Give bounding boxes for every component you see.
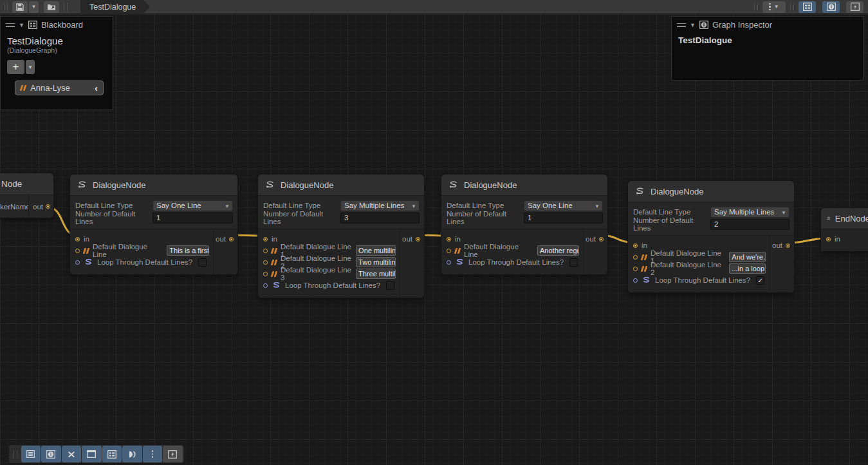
dialogue-line-input[interactable]: And we're... (729, 252, 766, 262)
out-port[interactable] (46, 204, 50, 209)
in-port-label: in (835, 235, 840, 243)
out-port[interactable] (229, 237, 234, 242)
line-port[interactable] (263, 249, 268, 253)
minimap-button[interactable] (122, 446, 142, 462)
out-port[interactable] (786, 243, 790, 248)
in-port[interactable] (826, 237, 831, 242)
loop-checkbox[interactable] (569, 258, 578, 267)
default-lines-count-input[interactable]: 2 (710, 219, 790, 230)
window-button[interactable] (82, 446, 102, 462)
graph-inspector-title: Graph Inspector (712, 20, 772, 30)
dialogue-flow-icon (634, 187, 645, 196)
blackboard-panel: ▼ Blackboard TestDialogue (DialogueGraph… (0, 16, 113, 110)
line-type-dropdown[interactable]: Say One Line ▼ (152, 200, 233, 211)
loop-checkbox[interactable] (198, 258, 207, 267)
loop-port[interactable] (447, 260, 451, 265)
add-variable-dropdown[interactable]: ▼ (26, 60, 35, 74)
dialogue-line-input[interactable]: One multiline (356, 245, 396, 256)
quote-icon (21, 85, 26, 91)
collapse-arrow-icon[interactable]: ▼ (690, 22, 696, 28)
loop-port[interactable] (263, 283, 268, 288)
overflow-menu-button[interactable]: ▼ (762, 1, 786, 13)
default-lines-count-input[interactable]: 1 (524, 213, 603, 223)
quote-icon (455, 248, 460, 254)
blackboard-header[interactable]: ▼ Blackboard (1, 17, 113, 32)
dropdown-value: Say Multiple Lines (344, 202, 404, 209)
open-asset-button[interactable] (44, 1, 59, 13)
out-port-label: out (402, 235, 412, 243)
line-port[interactable] (75, 249, 80, 253)
graph-tab-testdialogue[interactable]: TestDialogue (80, 0, 150, 14)
dialogue-line-input[interactable]: Two multiline (356, 257, 396, 267)
line-port[interactable] (263, 272, 268, 276)
dialogue-flow-icon (448, 180, 459, 190)
line-type-dropdown[interactable]: Say One Line ▼ (524, 200, 603, 211)
blackboard-variable-anna-lyse[interactable]: Anna-Lyse ‹ (15, 81, 104, 95)
minimap-icon (127, 450, 136, 459)
loop-port[interactable] (633, 278, 638, 283)
loop-port[interactable] (75, 260, 80, 265)
toolbar-separator (13, 450, 18, 459)
graph-tab-label: TestDialogue (89, 3, 136, 12)
graph-inspector-toggle-button[interactable] (822, 1, 840, 13)
inspector-button[interactable] (41, 446, 61, 462)
add-variable-button[interactable]: + (7, 60, 24, 74)
line-port[interactable] (633, 255, 638, 260)
dialogue-node-4[interactable]: DialogueNode Default Line Type Say Multi… (627, 180, 795, 293)
dialogue-line-input[interactable]: Another regu (537, 245, 579, 256)
out-port-label: out (216, 235, 226, 243)
overflow-menu-icon (152, 450, 154, 458)
open-folder-icon (47, 3, 57, 11)
node-title: EndNode (835, 214, 868, 223)
node-title: DialogueNode (281, 180, 333, 190)
line-type-dropdown[interactable]: Say Multiple Lines ▼ (710, 207, 790, 218)
graph-inspector-header[interactable]: ▼ Graph Inspector (672, 17, 863, 32)
dialogue-line-input[interactable]: Three multilin (356, 269, 396, 279)
out-port-label: out (586, 235, 596, 243)
line-port[interactable] (263, 260, 268, 265)
dropdown-arrow-icon: ▼ (32, 4, 37, 10)
end-node[interactable]: EndNode in (820, 207, 868, 252)
dropdown-arrow-icon: ▼ (781, 210, 786, 216)
drag-handle-icon[interactable] (677, 23, 686, 27)
default-lines-count-input[interactable]: 1 (152, 213, 233, 223)
toolbar-separator (790, 3, 795, 11)
in-port[interactable] (447, 237, 451, 242)
window-icon (87, 450, 96, 458)
list-view-button[interactable] (21, 446, 41, 462)
dialogue-line-input[interactable]: This is a first (167, 245, 209, 256)
out-port[interactable] (416, 237, 420, 242)
drag-handle-icon[interactable] (6, 23, 15, 27)
collapse-arrow-icon[interactable]: ▼ (19, 22, 24, 28)
tools-button[interactable] (62, 446, 82, 462)
loop-checkbox[interactable] (386, 281, 394, 290)
quote-icon (272, 260, 277, 265)
speaker-node-partial[interactable]: Node kerName out (0, 173, 54, 218)
line-type-dropdown[interactable]: Say Multiple Lines ▼ (340, 200, 420, 211)
in-port[interactable] (75, 237, 80, 242)
line-port[interactable] (633, 267, 638, 271)
default-lines-count-input[interactable]: 3 (340, 213, 420, 223)
dialogue-node-3[interactable]: DialogueNode Default Line Type Say One L… (441, 174, 608, 275)
save-button[interactable] (12, 1, 28, 13)
info-icon (827, 3, 836, 11)
loop-checkbox[interactable]: ✓ (756, 276, 764, 285)
save-options-dropdown[interactable]: ▼ (29, 1, 39, 13)
dialogue-line-input[interactable]: ...in a loop (729, 263, 766, 274)
in-port[interactable] (263, 237, 268, 242)
dropdown-arrow-icon: ▼ (774, 4, 779, 10)
sticky-notes-toggle-button[interactable] (846, 1, 863, 13)
blackboard-graph-type: (DialogueGraph) (1, 46, 113, 54)
dialogue-node-1[interactable]: DialogueNode Default Line Type Say One L… (69, 174, 238, 275)
field-label: Number of Default Lines (75, 210, 152, 225)
in-port[interactable] (633, 243, 638, 248)
out-port[interactable] (599, 237, 604, 242)
overflow-menu-button[interactable] (143, 446, 163, 462)
collapse-chevron-icon[interactable]: ‹ (95, 83, 98, 93)
blackboard-toggle-button[interactable] (799, 1, 816, 13)
line-port[interactable] (447, 249, 451, 253)
dialogue-node-2[interactable]: DialogueNode Default Line Type Say Multi… (257, 174, 425, 298)
dropdown-value: Say One Line (156, 202, 201, 209)
sticky-notes-button[interactable] (163, 446, 183, 462)
blackboard-button[interactable] (102, 446, 122, 462)
